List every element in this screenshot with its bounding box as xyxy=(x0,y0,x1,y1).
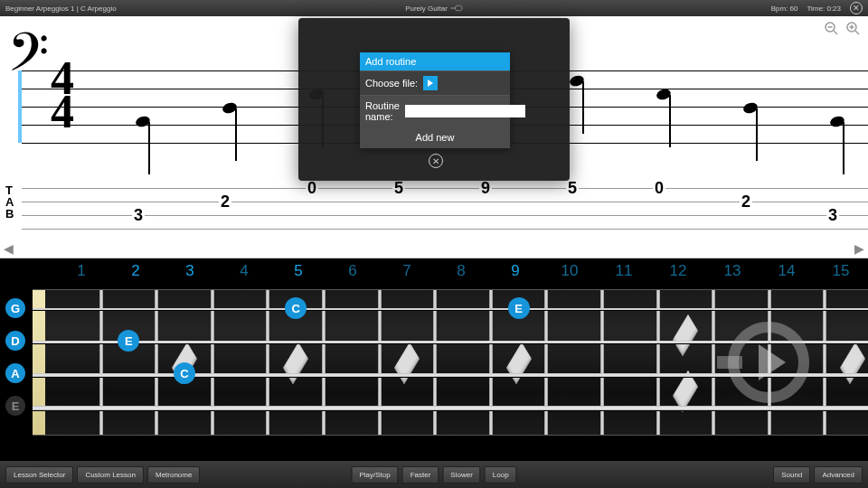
brand-logo: Purely Guitar xyxy=(405,5,463,13)
fret-number: 15 xyxy=(814,262,868,286)
tab-number: 3 xyxy=(132,206,145,225)
dialog-title: Add routine xyxy=(360,52,510,70)
fret-wire xyxy=(155,290,158,435)
fret-wire xyxy=(544,290,548,435)
open-string-label[interactable]: E xyxy=(5,396,25,416)
choose-file-label: Choose file: xyxy=(365,78,418,89)
fret-number: 8 xyxy=(434,262,488,286)
fret-number: 4 xyxy=(217,262,271,286)
settings-soundbutton[interactable]: Sound xyxy=(773,466,810,483)
fret-wire xyxy=(600,290,604,435)
fret-wire xyxy=(378,290,382,435)
fret-wire xyxy=(823,290,826,435)
bottom-toolbar: Lesson SelectorCustom LessonMetronome Pl… xyxy=(0,461,868,488)
fret-marker xyxy=(673,314,698,357)
fret-marker xyxy=(394,343,420,385)
string-label-column: GDAE xyxy=(5,298,25,428)
transport-loopbutton[interactable]: Loop xyxy=(485,466,517,483)
note-stem xyxy=(756,108,758,161)
fret-number-row: 123456789101112131415 xyxy=(54,262,868,286)
fret-number: 6 xyxy=(326,262,380,286)
fret-wire xyxy=(211,290,214,435)
fret-number: 13 xyxy=(705,262,760,286)
fret-marker xyxy=(283,343,308,385)
transport-fasterbutton[interactable]: Faster xyxy=(402,466,439,483)
add-routine-dialog: Add routine Choose file: Routine name: A… xyxy=(360,52,510,148)
note-stem xyxy=(669,95,671,147)
fret-number: 10 xyxy=(542,262,597,286)
fret-wire xyxy=(489,290,493,435)
fret-number: 5 xyxy=(271,262,326,286)
fretboard-panel: 123456789101112131415 GDAE CEEC xyxy=(0,258,868,461)
top-bar: Beginner Arpeggios 1 | C Arpeggio Purely… xyxy=(0,0,868,16)
fret-number: 14 xyxy=(760,262,814,286)
routine-name-label: Routine name: xyxy=(365,100,400,122)
string-line xyxy=(33,406,868,410)
toolbar-custom-lessonbutton[interactable]: Custom Lesson xyxy=(77,466,144,483)
brand-text: Purely Guitar xyxy=(405,5,448,13)
dialog-close-button[interactable]: ✕ xyxy=(429,154,443,168)
fret-wire xyxy=(266,290,269,435)
tab-letters: T A B xyxy=(5,184,14,220)
nut xyxy=(33,290,45,435)
open-string-label[interactable]: D xyxy=(5,331,25,351)
fret-number: 3 xyxy=(163,262,217,286)
open-string-label[interactable]: A xyxy=(5,363,25,383)
toolbar-metronomebutton[interactable]: Metronome xyxy=(147,466,200,483)
add-new-button[interactable]: Add new xyxy=(360,127,510,148)
fret-number: 12 xyxy=(651,262,705,286)
note-stem xyxy=(582,81,584,134)
scroll-left-button[interactable]: ◀ xyxy=(4,241,14,256)
guitar-icon xyxy=(450,5,463,12)
fret-wire xyxy=(99,290,103,435)
tab-number: 2 xyxy=(740,192,752,211)
note-stem xyxy=(148,122,150,174)
svg-line-3 xyxy=(834,31,837,34)
note-stem xyxy=(235,108,237,161)
routine-name-input[interactable] xyxy=(405,105,525,117)
settings-advancedbutton[interactable]: Advanced xyxy=(814,466,863,483)
scroll-right-button[interactable]: ▶ xyxy=(854,241,864,256)
zoom-out-button[interactable] xyxy=(823,20,841,38)
time-signature: 4 4 xyxy=(51,61,74,129)
fret-wire xyxy=(656,290,660,435)
svg-line-6 xyxy=(855,31,859,34)
transport-play-stopbutton[interactable]: Play/Stop xyxy=(351,466,398,483)
finger-marker[interactable]: E xyxy=(118,330,139,352)
toolbar-lesson-selectorbutton[interactable]: Lesson Selector xyxy=(5,466,73,483)
fret-number: 2 xyxy=(108,262,163,286)
zoom-in-button[interactable] xyxy=(844,20,863,38)
open-string-label[interactable]: G xyxy=(5,298,25,318)
tab-number: 5 xyxy=(566,179,579,198)
finger-marker[interactable]: C xyxy=(174,362,195,384)
fret-wire xyxy=(712,290,715,435)
fret-wire xyxy=(433,290,437,435)
note-stem xyxy=(843,122,844,174)
fret-wire xyxy=(322,290,326,435)
play-overlay-icon[interactable] xyxy=(728,322,809,403)
bpm-label: Bpm: 60 xyxy=(771,5,798,13)
tab-number: 3 xyxy=(826,206,839,225)
fret-number: 9 xyxy=(488,262,542,286)
close-button[interactable]: ✕ xyxy=(850,2,863,14)
fret-number: 11 xyxy=(597,262,651,286)
tab-number: 0 xyxy=(653,179,665,198)
time-sig-bottom: 4 xyxy=(51,95,74,128)
fret-number: 7 xyxy=(380,262,434,286)
tab-number: 5 xyxy=(392,179,405,198)
tab-number: 0 xyxy=(306,179,318,198)
fret-marker xyxy=(840,343,865,385)
finger-marker[interactable]: C xyxy=(285,297,307,319)
tab-number: 2 xyxy=(219,192,231,211)
transport-slowerbutton[interactable]: Slower xyxy=(442,466,480,483)
routine-name-row: Routine name: xyxy=(360,95,510,127)
fret-number: 1 xyxy=(54,262,108,286)
tab-number: 9 xyxy=(479,179,492,198)
fret-marker xyxy=(506,343,532,385)
lesson-title: Beginner Arpeggios 1 | C Arpeggio xyxy=(5,5,117,13)
string-line xyxy=(33,308,868,310)
choose-file-button[interactable] xyxy=(423,76,438,90)
tab-b: B xyxy=(5,208,14,220)
finger-marker[interactable]: E xyxy=(508,297,530,319)
time-label: Time: 0:23 xyxy=(807,5,842,13)
